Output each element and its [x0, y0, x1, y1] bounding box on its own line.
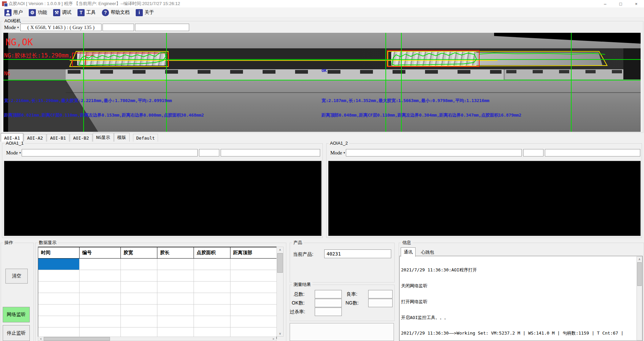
- view-left-mode-dropdown[interactable]: Mode ▾: [5, 149, 22, 156]
- header-distance-top[interactable]: 距离顶部: [230, 247, 276, 258]
- header-glue-length[interactable]: 胶长: [157, 247, 194, 258]
- table-cell[interactable]: [230, 293, 276, 304]
- toolbar-button-help[interactable]: ? 帮助文档: [99, 8, 132, 17]
- camera-value-box-1[interactable]: [103, 24, 134, 31]
- table-cell[interactable]: [38, 316, 80, 327]
- table-horizontal-scrollbar[interactable]: < >: [38, 337, 276, 341]
- tab-comms[interactable]: 通讯: [401, 247, 416, 257]
- minimize-button[interactable]: –: [597, 0, 613, 7]
- tab-aoi-a2[interactable]: AOI-A2: [24, 134, 46, 142]
- table-cell[interactable]: [194, 282, 230, 293]
- clear-button[interactable]: 清空: [5, 269, 28, 284]
- table-cell[interactable]: [230, 282, 276, 293]
- table-cell[interactable]: [230, 305, 276, 316]
- table-row[interactable]: [38, 259, 276, 270]
- camera-mode-dropdown[interactable]: Mode ▾: [3, 24, 20, 31]
- log-vertical-scrollbar[interactable]: ∧: [637, 257, 642, 340]
- table-cell[interactable]: [121, 316, 157, 327]
- current-product-input[interactable]: 40231: [324, 249, 391, 258]
- header-glue-area[interactable]: 点胶面积: [194, 247, 230, 258]
- table-cell[interactable]: [157, 282, 194, 293]
- table-cell[interactable]: [121, 259, 157, 270]
- camera-image[interactable]: NG,OK NG:胶体过长:15.290mm, NG OK 宽:2.216mm,…: [3, 33, 641, 132]
- table-cell[interactable]: [38, 282, 80, 293]
- view-left-value-box-3[interactable]: [221, 149, 320, 156]
- toolbar-button-tools[interactable]: T 工具: [75, 8, 98, 17]
- view-left-image-panel[interactable]: [4, 161, 321, 236]
- table-cell[interactable]: [38, 293, 80, 304]
- scroll-up-icon[interactable]: ∧: [638, 257, 641, 262]
- table-cell[interactable]: [157, 259, 194, 270]
- table-cell[interactable]: [80, 270, 121, 281]
- scroll-left-icon[interactable]: <: [38, 337, 44, 341]
- scroll-down-icon[interactable]: ∨: [279, 331, 281, 336]
- table-cell[interactable]: [121, 305, 157, 316]
- table-cell[interactable]: [80, 259, 121, 270]
- toolbar-button-user[interactable]: 用户: [2, 8, 25, 17]
- table-hscroll-thumb[interactable]: [44, 337, 110, 341]
- close-button[interactable]: ×: [628, 0, 644, 7]
- table-cell[interactable]: [80, 305, 121, 316]
- table-cell[interactable]: [230, 316, 276, 327]
- tab-ng-display[interactable]: NG显示: [93, 133, 114, 142]
- ok-count-field[interactable]: [315, 299, 342, 307]
- table-cell[interactable]: [157, 270, 194, 281]
- table-cell[interactable]: [230, 259, 276, 270]
- toolbar-button-function[interactable]: ⚙ 功能: [26, 8, 49, 17]
- table-cell[interactable]: [157, 305, 194, 316]
- table-cell[interactable]: [230, 270, 276, 281]
- table-row[interactable]: [38, 305, 276, 316]
- camera-value-box-2[interactable]: [135, 24, 189, 31]
- network-listen-button[interactable]: 网络监听: [3, 307, 30, 322]
- header-id[interactable]: 编号: [80, 247, 121, 258]
- table-cell[interactable]: [121, 282, 157, 293]
- table-cell[interactable]: [121, 270, 157, 281]
- scroll-right-icon[interactable]: >: [271, 337, 276, 341]
- view-left-value-box-2[interactable]: [199, 149, 219, 156]
- table-cell[interactable]: [80, 282, 121, 293]
- table-row[interactable]: [38, 316, 276, 327]
- table-row[interactable]: [38, 270, 276, 282]
- tab-aoi-b2[interactable]: AOI-B2: [70, 134, 92, 142]
- header-glue-width[interactable]: 胶宽: [121, 247, 157, 258]
- table-vscroll-thumb[interactable]: [277, 253, 283, 273]
- maximize-button[interactable]: □: [613, 0, 628, 7]
- overkill-rate-field[interactable]: [315, 308, 342, 316]
- ng-count-field[interactable]: [368, 299, 393, 307]
- total-count-field[interactable]: [315, 290, 342, 298]
- table-row[interactable]: [38, 293, 276, 305]
- view-right-mode-dropdown[interactable]: Mode ▾: [329, 149, 347, 156]
- tab-aoi-a1[interactable]: AOI-A1: [1, 133, 23, 142]
- view-right-value-box-3[interactable]: [545, 149, 640, 156]
- table-cell[interactable]: [38, 270, 80, 281]
- yield-rate-field[interactable]: [368, 290, 393, 298]
- tab-default[interactable]: Default: [133, 134, 158, 142]
- header-time[interactable]: 时间: [38, 247, 80, 258]
- table-cell[interactable]: [194, 316, 230, 327]
- tab-template[interactable]: 模版: [114, 133, 130, 142]
- view-left-value-box-1[interactable]: [22, 149, 198, 156]
- comms-log[interactable]: 2021/7/29 11:36:30:AOI程序打开 关闭网络监听 打开网络监听…: [399, 256, 643, 341]
- toolbar-button-debug[interactable]: ⚒ 调试: [51, 8, 74, 17]
- table-cell[interactable]: [194, 293, 230, 304]
- stop-listen-button[interactable]: 停止监听: [3, 325, 30, 341]
- selected-cell[interactable]: [38, 259, 80, 270]
- table-cell[interactable]: [194, 305, 230, 316]
- view-right-image-panel[interactable]: [328, 161, 641, 236]
- log-vscroll-thumb[interactable]: [637, 262, 642, 286]
- table-cell[interactable]: [157, 316, 194, 327]
- table-cell[interactable]: [38, 305, 80, 316]
- table-row[interactable]: [38, 282, 276, 293]
- scroll-up-icon[interactable]: ∧: [279, 247, 281, 252]
- table-cell[interactable]: [80, 316, 121, 327]
- table-cell[interactable]: [157, 293, 194, 304]
- view-right-value-box-2[interactable]: [523, 149, 543, 156]
- table-vertical-scrollbar[interactable]: ∧ ∨: [276, 247, 284, 337]
- camera-coords-box[interactable]: ( X 6568, Y 1463 ) : ( Gray 135 ): [20, 24, 102, 31]
- table-cell[interactable]: [194, 270, 230, 281]
- toolbar-button-about[interactable]: i 关于: [133, 8, 156, 17]
- view-right-value-box-1[interactable]: [346, 149, 522, 156]
- tab-aoi-b1[interactable]: AOI-B1: [47, 134, 69, 142]
- table-cell[interactable]: [194, 259, 230, 270]
- table-cell[interactable]: [121, 293, 157, 304]
